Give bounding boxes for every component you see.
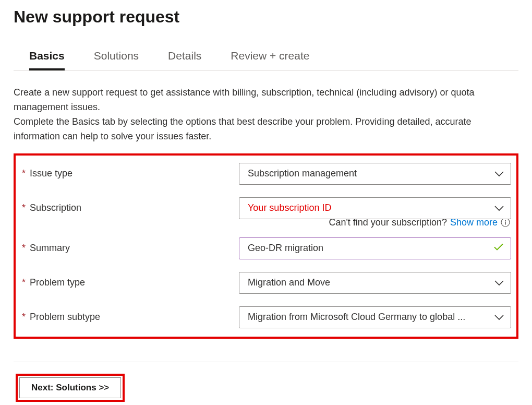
issue-type-value: Subscription management: [248, 168, 488, 179]
subscription-dropdown[interactable]: Your subscription ID: [239, 197, 511, 219]
intro-text: Create a new support request to get assi…: [14, 86, 518, 144]
problem-subtype-dropdown[interactable]: Migration from Microsoft Cloud Germany t…: [239, 306, 511, 328]
problem-type-dropdown[interactable]: Migration and Move: [239, 272, 511, 294]
tab-review-create[interactable]: Review + create: [231, 50, 309, 70]
required-asterisk: *: [22, 243, 26, 254]
intro-line-2: Complete the Basics tab by selecting the…: [14, 116, 471, 141]
issue-type-dropdown[interactable]: Subscription management: [239, 163, 511, 185]
footer: Next: Solutions >>: [14, 374, 518, 402]
summary-label: * Summary: [21, 243, 239, 254]
basics-form-highlight: * Issue type Subscription management * S…: [14, 153, 518, 339]
subscription-label: * Subscription: [21, 202, 239, 213]
divider: [14, 362, 518, 362]
issue-type-label-text: Issue type: [30, 168, 72, 179]
summary-label-text: Summary: [30, 243, 70, 254]
svg-point-1: [505, 220, 506, 221]
problem-type-label-text: Problem type: [30, 277, 85, 288]
subscription-value: Your subscription ID: [248, 202, 488, 213]
required-asterisk: *: [22, 312, 26, 323]
subscription-label-text: Subscription: [30, 202, 81, 213]
tab-solutions[interactable]: Solutions: [94, 50, 139, 70]
required-asterisk: *: [22, 168, 26, 179]
intro-line-1: Create a new support request to get assi…: [14, 87, 474, 112]
page-title: New support request: [14, 7, 518, 27]
info-icon[interactable]: [501, 218, 510, 227]
problem-subtype-label-text: Problem subtype: [30, 312, 100, 323]
problem-type-value: Migration and Move: [248, 277, 488, 288]
next-button-highlight: Next: Solutions >>: [16, 374, 125, 402]
svg-rect-2: [505, 222, 506, 225]
next-solutions-button[interactable]: Next: Solutions >>: [19, 377, 121, 398]
problem-subtype-value: Migration from Microsoft Cloud Germany t…: [248, 312, 488, 323]
required-asterisk: *: [22, 202, 26, 213]
required-asterisk: *: [22, 277, 26, 288]
tab-basics[interactable]: Basics: [29, 50, 65, 70]
summary-input[interactable]: Geo-DR migration: [239, 237, 511, 259]
issue-type-label: * Issue type: [21, 168, 239, 179]
problem-type-label: * Problem type: [21, 277, 239, 288]
problem-subtype-label: * Problem subtype: [21, 312, 239, 323]
tabs-bar: Basics Solutions Details Review + create: [14, 50, 518, 71]
summary-value: Geo-DR migration: [248, 243, 488, 254]
tab-details[interactable]: Details: [168, 50, 201, 70]
